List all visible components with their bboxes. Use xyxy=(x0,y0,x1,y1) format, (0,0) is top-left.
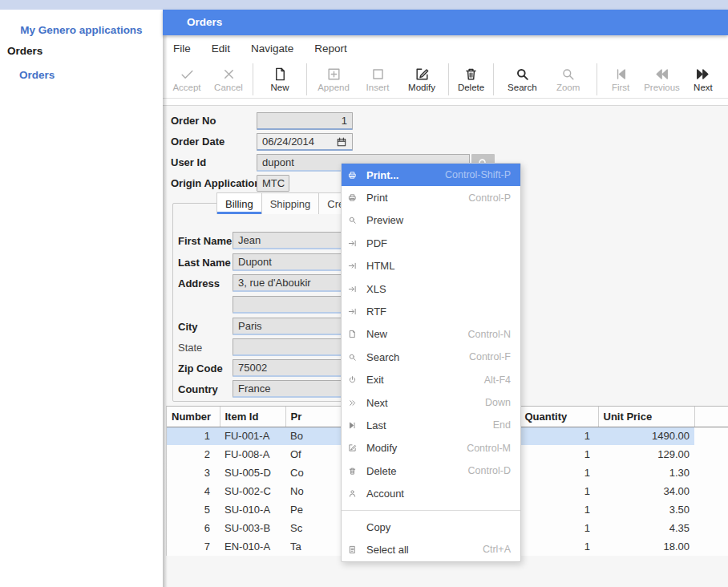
field-value: France xyxy=(238,383,270,395)
toolbar-button-search[interactable]: Search xyxy=(504,67,540,92)
sidebar-divider xyxy=(163,35,168,587)
menu-item-shortcut: Ctrl+A xyxy=(483,544,511,555)
cell-quantity: 1 xyxy=(520,482,598,500)
toolbar-button-label: Accept xyxy=(172,83,200,92)
context-menu-item-html[interactable]: HTML xyxy=(342,255,520,277)
context-menu-item-rtf[interactable]: RTF xyxy=(342,300,520,322)
square-icon xyxy=(370,67,386,82)
column-header-item-id[interactable]: Item Id xyxy=(220,407,285,427)
cell-item-id: SU-010-A xyxy=(220,500,285,519)
context-menu-item-copy[interactable]: Copy xyxy=(342,516,520,538)
context-menu-item-print[interactable]: PrintControl-P xyxy=(342,186,520,208)
last-name-label: Last Name xyxy=(178,257,231,269)
menu-bar: FileEditNavigateReport xyxy=(163,35,728,62)
order-no-field[interactable]: 1 xyxy=(257,112,353,130)
menu-item-label: New xyxy=(366,328,468,340)
menu-item-label: Search xyxy=(366,351,469,363)
menu-item-label: Print... xyxy=(366,169,445,181)
tab-billing[interactable]: Billing xyxy=(216,192,262,214)
toolbar-button-label: Modify xyxy=(408,83,435,92)
toolbar-button-first[interactable]: First xyxy=(603,67,638,92)
menu-separator xyxy=(342,510,520,511)
toolbar-button-accept[interactable]: Accept xyxy=(169,67,204,92)
context-menu-item-pdf[interactable]: PDF xyxy=(342,232,520,254)
menu-item-shortcut: Control-Shift-P xyxy=(445,169,511,180)
column-header-unit-price[interactable]: Unit Price xyxy=(598,407,694,427)
menu-item-shortcut: End xyxy=(493,419,511,431)
toolbar: AcceptCancelNewAppendInsertModifyDeleteS… xyxy=(163,62,728,99)
toolbar-button-cancel[interactable]: Cancel xyxy=(211,67,246,92)
toolbar-button-modify[interactable]: Modify xyxy=(404,67,439,92)
menu-item-shortcut: Alt-F4 xyxy=(484,374,511,386)
toolbar-group: SearchZoom xyxy=(494,63,597,95)
toolbar-button-zoom[interactable]: Zoom xyxy=(551,67,586,92)
context-menu-item-modify[interactable]: ModifyControl-M xyxy=(342,437,520,459)
trash-icon xyxy=(348,467,360,476)
column-header-filler xyxy=(694,407,728,427)
context-menu-item-new[interactable]: NewControl-N xyxy=(342,323,520,346)
menu-item-label: Exit xyxy=(366,374,484,386)
rewind-icon xyxy=(654,67,669,82)
context-menu-item-print[interactable]: Print...Control-Shift-P xyxy=(342,164,520,186)
menu-navigate[interactable]: Navigate xyxy=(241,38,304,59)
menu-edit[interactable]: Edit xyxy=(201,38,241,59)
menu-report[interactable]: Report xyxy=(304,38,358,59)
power-icon xyxy=(348,375,360,384)
toolbar-button-label: Search xyxy=(508,83,536,92)
x-icon xyxy=(221,67,237,82)
sidebar-title: My Genero applications xyxy=(0,24,163,36)
context-menu-item-xls[interactable]: XLS xyxy=(342,277,520,300)
select-all-icon xyxy=(348,545,360,554)
menu-item-label: XLS xyxy=(366,283,511,295)
context-menu-item-select-all[interactable]: Select allCtrl+A xyxy=(342,538,520,561)
tab-shipping[interactable]: Shipping xyxy=(262,192,320,214)
toolbar-button-append[interactable]: Append xyxy=(316,67,351,92)
toolbar-button-previous[interactable]: Previous xyxy=(644,67,680,92)
menu-item-shortcut: Control-F xyxy=(469,351,511,362)
cell-filler xyxy=(694,500,728,519)
trash-icon xyxy=(463,67,479,82)
context-menu-item-last[interactable]: LastEnd xyxy=(342,414,520,436)
sidebar-group-orders: Orders xyxy=(7,45,42,57)
calendar-icon[interactable] xyxy=(336,136,347,148)
cell-item-id: SU-003-B xyxy=(220,519,285,537)
context-menu-item-preview[interactable]: Preview xyxy=(342,209,520,232)
context-menu-item-search[interactable]: SearchControl-F xyxy=(342,346,520,368)
context-menu-item-delete[interactable]: DeleteControl-D xyxy=(342,459,520,482)
menu-file[interactable]: File xyxy=(163,38,201,59)
cell-item-id: SU-005-D xyxy=(220,464,285,482)
cell-number: 6 xyxy=(167,519,220,537)
field-value: Jean xyxy=(238,234,261,246)
menu-item-label: Print xyxy=(366,192,468,204)
field-value: Paris xyxy=(238,320,262,332)
context-menu-item-exit[interactable]: ExitAlt-F4 xyxy=(342,369,520,391)
user-id-label: User Id xyxy=(171,156,206,168)
toolbar-button-insert[interactable]: Insert xyxy=(360,67,395,92)
order-date-field[interactable]: 06/24/2014 xyxy=(257,133,353,151)
state-label: State xyxy=(178,342,202,354)
toolbar-button-new[interactable]: New xyxy=(262,67,297,92)
cell-filler xyxy=(694,537,728,556)
context-menu-item-next[interactable]: NextDown xyxy=(342,391,520,414)
context-menu: Print...Control-Shift-PPrintControl-PPre… xyxy=(341,163,521,562)
toolbar-button-label: Previous xyxy=(644,83,680,92)
column-header-quantity[interactable]: Quantity xyxy=(520,407,598,427)
sidebar-item-orders[interactable]: Orders xyxy=(19,69,55,81)
toolbar-button-delete[interactable]: Delete xyxy=(454,67,489,92)
origin-application-field[interactable]: MTC xyxy=(257,175,289,192)
magnifier-icon xyxy=(348,353,360,362)
cell-number: 5 xyxy=(167,500,220,519)
cell-unit-price: 18.00 xyxy=(598,537,694,556)
cell-quantity: 1 xyxy=(520,537,598,556)
cell-number: 2 xyxy=(167,445,220,464)
toolbar-button-label: Append xyxy=(317,83,350,92)
magnifier-icon xyxy=(515,67,530,82)
toolbar-button-next[interactable]: Next xyxy=(686,67,721,92)
sidebar: My Genero applications Orders Orders xyxy=(0,10,163,587)
cell-number: 3 xyxy=(167,464,220,482)
context-menu-item-account[interactable]: Account xyxy=(342,482,520,504)
column-header-number[interactable]: Number xyxy=(167,407,220,427)
plus-square-icon xyxy=(326,67,342,82)
cell-item-id: EN-010-A xyxy=(220,537,285,556)
order-no-label: Order No xyxy=(171,115,216,127)
